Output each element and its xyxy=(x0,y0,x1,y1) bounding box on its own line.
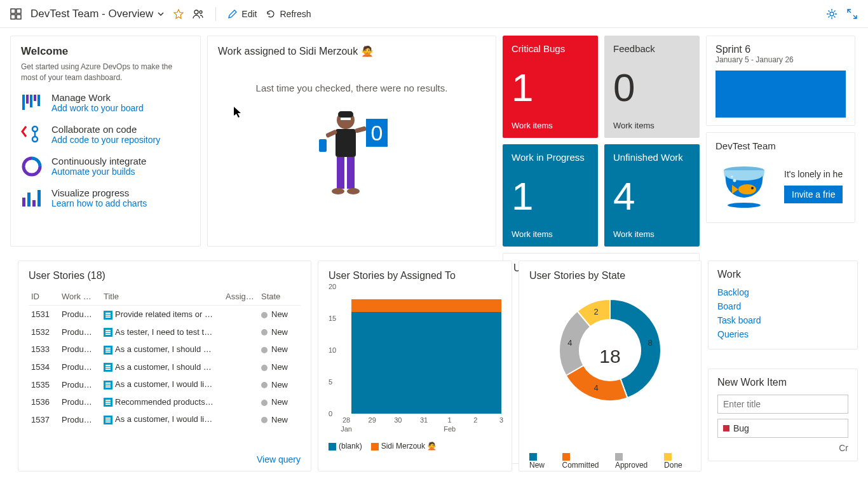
svg-rect-20 xyxy=(341,118,351,120)
svg-rect-2 xyxy=(11,15,15,19)
invite-friend-button[interactable]: Invite a frie xyxy=(784,186,843,203)
work-title: Work xyxy=(717,269,848,280)
table-row[interactable]: 1531Produ…Provide related items or …New xyxy=(29,306,301,323)
svg-text:0: 0 xyxy=(370,121,383,145)
svg-rect-26 xyxy=(347,157,355,189)
table-row[interactable]: 1534Produ…As a customer, I should …New xyxy=(29,358,301,376)
work-link-board[interactable]: Board xyxy=(717,299,848,313)
svg-rect-8 xyxy=(26,95,29,104)
team-icon[interactable] xyxy=(193,8,204,20)
user-story-icon xyxy=(104,328,112,337)
svg-rect-16 xyxy=(32,200,36,207)
work-widget: Work BacklogBoardTask boardQueries xyxy=(708,261,858,349)
user-story-icon xyxy=(104,346,112,355)
add-code-link[interactable]: Add code to your repository xyxy=(51,135,160,145)
stacked-legend: (blank)Sidi Merzouk 🙅 xyxy=(329,442,501,451)
col-state[interactable]: State xyxy=(259,288,301,306)
assigned-empty-message: Last time you checked, there were no res… xyxy=(218,83,485,93)
svg-point-34 xyxy=(751,187,754,189)
sprint-team-column: Sprint 6 January 5 - January 26 DevTest … xyxy=(706,36,855,247)
fishbowl-icon xyxy=(715,158,773,215)
refresh-icon xyxy=(266,9,276,19)
tile-feedback[interactable]: Feedback 0 Work items xyxy=(604,36,700,138)
svg-point-13 xyxy=(32,137,37,142)
tile-unfinished[interactable]: Unfinished Work 4 Work items xyxy=(604,144,700,247)
table-row[interactable]: 1536Produ…Recommended products…New xyxy=(29,393,301,411)
user-story-icon xyxy=(104,311,112,320)
table-row[interactable]: 1535Produ…As a customer, I would li…New xyxy=(29,376,301,393)
refresh-button[interactable]: Refresh xyxy=(266,9,311,19)
svg-rect-10 xyxy=(34,95,36,101)
svg-rect-19 xyxy=(338,111,353,118)
svg-rect-24 xyxy=(319,139,327,152)
welcome-item-title: Manage Work xyxy=(51,92,144,103)
svg-text:4: 4 xyxy=(567,338,572,348)
svg-text:8: 8 xyxy=(648,338,652,348)
tile-wip[interactable]: Work in Progress 1 Work items xyxy=(503,144,598,247)
chevron-down-icon xyxy=(157,10,165,18)
expand-icon[interactable] xyxy=(846,8,858,20)
svg-point-36 xyxy=(731,175,733,178)
assigned-title: Work assigned to Sidi Merzouk 🙅 xyxy=(218,45,485,57)
svg-point-27 xyxy=(332,188,344,194)
svg-point-5 xyxy=(200,11,202,13)
user-story-icon xyxy=(104,363,112,372)
toolbar: DevTest Team - Overview Edit Refresh xyxy=(0,0,868,28)
svg-rect-14 xyxy=(22,198,25,207)
dashboard-title-dropdown[interactable]: DevTest Team - Overview xyxy=(31,8,165,20)
col-worktype[interactable]: Work … xyxy=(59,288,101,306)
newitem-title-input[interactable] xyxy=(717,395,848,414)
tile-critical-bugs[interactable]: Critical Bugs 1 Work items xyxy=(503,36,598,138)
table-row[interactable]: 1532Produ…As tester, I need to test t…Ne… xyxy=(29,323,301,341)
stories-table: ID Work … Title Assig… State 1531Produ…P… xyxy=(29,288,301,428)
edit-button[interactable]: Edit xyxy=(227,9,257,19)
col-title[interactable]: Title xyxy=(101,288,223,306)
work-link-queries[interactable]: Queries xyxy=(717,327,848,341)
newitem-title: New Work Item xyxy=(717,377,848,388)
svg-rect-17 xyxy=(37,190,41,207)
donut-widget: User Stories by State 8442 18 NewCommitt… xyxy=(519,261,702,471)
welcome-title: Welcome xyxy=(21,45,190,58)
work-link-backlog[interactable]: Backlog xyxy=(717,285,848,299)
metrics-tiles: Critical Bugs 1 Work items Feedback 0 Wo… xyxy=(503,36,700,247)
view-query-link[interactable]: View query xyxy=(257,454,301,464)
svg-rect-21 xyxy=(336,129,356,157)
svg-point-35 xyxy=(733,179,736,182)
donut-legend: NewCommittedApprovedDone xyxy=(529,452,691,470)
sprint-widget[interactable]: Sprint 6 January 5 - January 26 xyxy=(706,36,855,126)
add-work-link[interactable]: Add work to your board xyxy=(51,103,144,113)
welcome-item-title: Continuously integrate xyxy=(51,156,146,166)
svg-point-6 xyxy=(830,12,834,16)
svg-rect-11 xyxy=(37,95,40,106)
table-row[interactable]: 1533Produ…As a customer, I should …New xyxy=(29,341,301,358)
welcome-item-title: Visualize progress xyxy=(51,187,147,198)
empty-illustration: 0 xyxy=(218,106,485,208)
user-story-icon xyxy=(104,398,112,407)
manage-work-icon xyxy=(21,92,43,114)
svg-rect-3 xyxy=(17,15,21,19)
svg-rect-7 xyxy=(22,95,25,110)
user-stories-widget-abs: User Stories (18) ID Work … Title Assig…… xyxy=(18,261,311,471)
add-charts-link[interactable]: Learn how to add charts xyxy=(51,198,147,208)
stacked-area-widget-abs: User Stories by Assigned To 0510152028Ja… xyxy=(318,261,512,471)
svg-point-28 xyxy=(347,188,360,194)
settings-icon[interactable] xyxy=(826,8,837,20)
svg-point-32 xyxy=(728,203,761,208)
welcome-item-title: Collaborate on code xyxy=(51,124,160,135)
user-story-icon xyxy=(104,416,112,424)
pencil-icon xyxy=(227,9,238,19)
donut-total: 18 xyxy=(599,346,620,367)
svg-text:2: 2 xyxy=(593,307,598,316)
newitem-create-button[interactable]: Cr xyxy=(717,443,848,453)
work-link-task-board[interactable]: Task board xyxy=(717,313,848,327)
separator xyxy=(215,7,216,21)
svg-point-4 xyxy=(194,10,198,14)
new-work-item-widget: New Work Item Bug Cr xyxy=(708,369,858,461)
col-id[interactable]: ID xyxy=(29,288,59,306)
collaborate-icon xyxy=(21,124,43,146)
automate-builds-link[interactable]: Automate your builds xyxy=(51,166,146,177)
table-row[interactable]: 1537Produ…As a customer, I would li…New xyxy=(29,410,301,428)
col-assigned[interactable]: Assig… xyxy=(223,288,259,306)
star-icon[interactable] xyxy=(173,9,184,19)
newitem-type-select[interactable]: Bug xyxy=(717,419,848,438)
